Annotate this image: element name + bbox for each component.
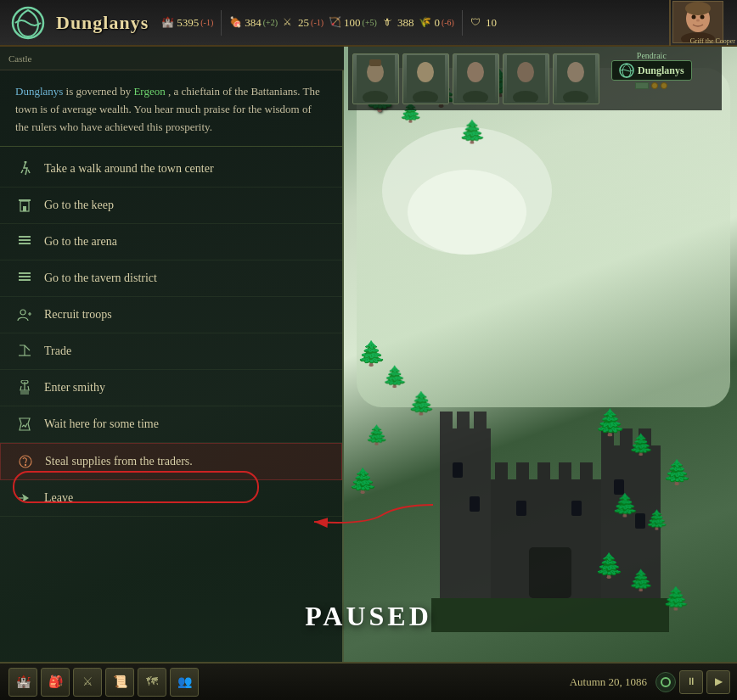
svg-rect-9 (495, 462, 508, 484)
avatar-area[interactable]: Griff the Cooper (669, 0, 737, 46)
svg-rect-14 (529, 547, 571, 598)
town-name-header: Dunglanys (56, 12, 149, 34)
region-label: Pendraic (637, 51, 667, 60)
keep-icon (15, 196, 34, 215)
horses-icon: 🗡 (382, 16, 396, 30)
svg-rect-52 (19, 239, 31, 241)
breadcrumb-text: Castle (8, 53, 32, 64)
avatar-name: Griff the Cooper (690, 37, 735, 45)
svg-point-26 (692, 15, 696, 20)
town-menu-panel: Dunglanys is governed by Ergeon , a chie… (0, 70, 344, 662)
resource-shield: 🛡 10 (470, 16, 497, 30)
troops-icon: 🏰 (161, 16, 175, 30)
menu-label-smithy: Enter smithy (44, 381, 105, 395)
food-icon: 🍖 (229, 16, 243, 30)
svg-rect-10 (516, 462, 529, 484)
resource-troops: 🏰 5395 (-1) (161, 16, 213, 30)
town-description: Dunglanys is governed by Ergeon , a chie… (15, 83, 327, 136)
date-display: Autumn 20, 1086 (570, 675, 647, 689)
svg-rect-3 (474, 412, 487, 437)
svg-point-28 (696, 20, 700, 22)
menu-label-trade: Trade (44, 344, 71, 358)
town-action-menu: Take a walk around the town center Go to… (0, 147, 342, 521)
resource-weapons: ⚔ 25 (-1) (283, 16, 323, 30)
svg-rect-53 (19, 243, 31, 244)
menu-label-arena: Go to the arena (44, 235, 117, 249)
menu-item-tavern[interactable]: Go to the tavern district (0, 260, 342, 297)
svg-rect-51 (19, 236, 31, 238)
game-logo-icon (7, 2, 49, 44)
town-map-label: Dunglanys (638, 64, 684, 77)
steal-icon (16, 452, 35, 471)
svg-rect-55 (19, 276, 31, 277)
menu-label-wait: Wait here for some time (44, 417, 159, 431)
menu-item-leave[interactable]: Leave (0, 480, 342, 517)
resource-arrows: 🏹 100 (+5) (329, 16, 377, 30)
menu-label-tavern: Go to the tavern district (44, 272, 157, 285)
svg-rect-15 (453, 462, 463, 478)
resource-horses: 🗡 388 (382, 16, 414, 30)
svg-rect-33 (369, 59, 381, 66)
shield-icon: 🛡 (470, 16, 484, 30)
menu-label-recruit: Recruit troops (44, 308, 112, 322)
bottom-btn-3[interactable]: ⚔ (73, 668, 102, 697)
town-marker-strip: Pendraic Dunglanys (611, 51, 692, 89)
leave-icon (15, 489, 34, 507)
paused-indicator: PAUSED (305, 601, 432, 632)
svg-point-60 (25, 464, 26, 466)
bottom-btn-2[interactable]: 🎒 (41, 668, 70, 697)
party-member-3[interactable] (453, 53, 499, 104)
svg-rect-11 (537, 462, 550, 484)
svg-rect-56 (19, 279, 31, 281)
bottom-btn-4[interactable]: 📜 (105, 668, 134, 697)
menu-item-walk[interactable]: Take a walk around the town center (0, 151, 342, 188)
smithy-icon (15, 378, 34, 397)
menu-label-leave: Leave (44, 491, 73, 505)
party-member-4[interactable] (503, 53, 549, 104)
breadcrumb-bar: Castle (0, 47, 344, 70)
play-button[interactable]: ▶ (706, 670, 730, 694)
governor-name-span: Ergeon (133, 85, 165, 98)
menu-item-arena[interactable]: Go to the arena (0, 224, 342, 260)
recruit-icon (15, 305, 34, 324)
bottom-action-bar: 🏰 🎒 ⚔ 📜 🗺 👥 Autumn 20, 1086 ⏸ ▶ (0, 662, 737, 700)
menu-item-recruit[interactable]: Recruit troops (0, 297, 342, 333)
svg-point-27 (700, 15, 705, 20)
town-info-section: Dunglanys is governed by Ergeon , a chie… (0, 70, 342, 147)
menu-item-wait[interactable]: Wait here for some time (0, 406, 342, 443)
menu-item-smithy[interactable]: Enter smithy (0, 370, 342, 406)
resource-food: 🍖 384 (+2) (229, 16, 278, 30)
svg-point-35 (417, 62, 434, 82)
svg-rect-2 (457, 412, 470, 437)
svg-rect-20 (571, 501, 582, 516)
pause-button[interactable]: ⏸ (679, 670, 703, 694)
svg-rect-19 (516, 501, 526, 516)
svg-rect-12 (559, 462, 571, 484)
bottom-btn-1[interactable]: 🏰 (8, 668, 37, 697)
svg-rect-13 (580, 462, 593, 484)
svg-rect-21 (431, 598, 669, 632)
svg-point-47 (25, 161, 27, 164)
party-member-1[interactable] (352, 53, 399, 104)
resource-grain: 🌾 0 (-6) (419, 16, 454, 30)
svg-point-44 (567, 62, 584, 82)
bottom-btn-5[interactable]: 🗺 (138, 668, 166, 697)
svg-rect-54 (19, 272, 31, 274)
svg-point-25 (685, 2, 711, 15)
party-member-2[interactable] (402, 53, 449, 104)
svg-rect-50 (23, 206, 26, 211)
trade-icon (15, 342, 34, 361)
menu-item-trade[interactable]: Trade (0, 333, 342, 370)
menu-label-steal: Steal supplies from the traders. (45, 455, 193, 468)
speed-indicator (655, 672, 676, 692)
menu-item-steal[interactable]: Steal supplies from the traders. (0, 443, 342, 480)
bottom-btn-6[interactable]: 👥 (170, 668, 199, 697)
menu-item-keep[interactable]: Go to the keep (0, 188, 342, 224)
wait-icon (15, 415, 34, 434)
tavern-icon (15, 269, 34, 288)
svg-rect-0 (440, 428, 491, 598)
top-bar: Dunglanys 🏰 5395 (-1) 🍖 384 (+2) ⚔ 25 (-… (0, 0, 737, 47)
party-member-5[interactable] (553, 53, 599, 104)
party-portrait-strip: Pendraic Dunglanys (348, 47, 722, 110)
menu-label-walk: Take a walk around the town center (44, 162, 214, 176)
